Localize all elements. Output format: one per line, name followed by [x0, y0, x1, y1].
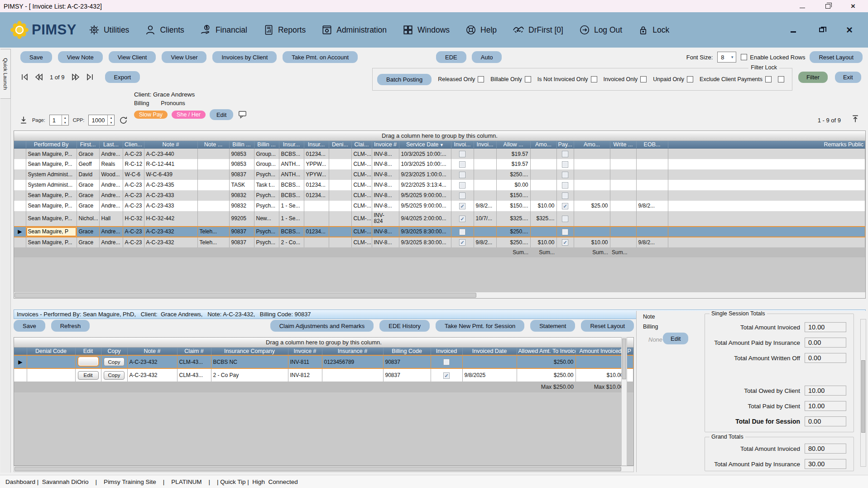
save-button[interactable]: Save: [20, 51, 52, 63]
mdi-minimize-button[interactable]: [788, 26, 798, 34]
cell[interactable]: Max $10.00: [575, 382, 625, 392]
cell[interactable]: CLM-43...: [177, 355, 211, 368]
cell[interactable]: A-C-23-433: [144, 190, 197, 201]
first-record-button[interactable]: [20, 73, 29, 81]
column-header-deni[interactable]: Deni...: [329, 141, 351, 149]
menu-help[interactable]: Help: [465, 24, 497, 36]
cell[interactable]: Andre...: [99, 180, 123, 190]
menu-lock[interactable]: Lock: [638, 24, 669, 36]
cell[interactable]: [229, 247, 254, 257]
ede-button[interactable]: EDE: [436, 51, 466, 63]
column-header-invoice[interactable]: Invoice #: [288, 348, 322, 355]
cell[interactable]: [668, 159, 865, 169]
enable-locked-rows-checkbox[interactable]: Enable Locked Rows: [741, 54, 805, 61]
mdi-close-button[interactable]: ×: [844, 26, 854, 34]
cell[interactable]: CLM-...: [351, 180, 372, 190]
cell[interactable]: Grace: [77, 201, 99, 211]
next-page-button[interactable]: [71, 73, 81, 81]
cell[interactable]: [556, 149, 574, 159]
stepper-arrows-icon[interactable]: ▲▼: [62, 115, 68, 125]
cell[interactable]: [574, 149, 610, 159]
column-header-amount-invoiced[interactable]: Amount Invoiced: [575, 348, 625, 355]
cell[interactable]: [574, 227, 610, 237]
cell[interactable]: CLM-...: [351, 149, 372, 159]
cell[interactable]: [329, 247, 351, 257]
statement-button[interactable]: Statement: [530, 320, 575, 332]
cell[interactable]: A-C-23-440: [144, 149, 197, 159]
unchecked-checkbox-icon[interactable]: [459, 161, 465, 168]
cell[interactable]: Sean Maguire, P...: [26, 149, 77, 159]
cell[interactable]: [123, 247, 144, 257]
cell[interactable]: 90837: [229, 227, 254, 237]
column-header-invoi[interactable]: Invoi...: [451, 141, 474, 149]
cell[interactable]: [668, 227, 865, 237]
grand-total-invoiced-field[interactable]: 80.00: [805, 444, 846, 454]
cell[interactable]: $250.00: [517, 368, 575, 382]
cell[interactable]: Andre...: [99, 237, 123, 247]
cell[interactable]: A-C-23-432: [127, 355, 177, 368]
cell[interactable]: 01234...: [304, 180, 329, 190]
column-header-billin[interactable]: Billin ...: [229, 141, 254, 149]
column-header-invoi[interactable]: Invoi...: [474, 141, 496, 149]
cell[interactable]: $0.00: [496, 180, 530, 190]
unchecked-checkbox-icon[interactable]: [459, 172, 465, 178]
column-header-amo[interactable]: Amo...: [574, 141, 610, 149]
cell[interactable]: Max $250.00: [517, 382, 575, 392]
cell[interactable]: A-C-23-432: [144, 237, 197, 247]
cell[interactable]: [304, 237, 329, 247]
cell[interactable]: W-C-6-439: [144, 169, 197, 180]
cell[interactable]: INV- 824: [372, 211, 399, 227]
unchecked-checkbox-icon[interactable]: [562, 193, 568, 199]
cell[interactable]: 0123456789: [322, 355, 383, 368]
claim-adjustments-button[interactable]: Claim Adjustments and Remarks: [270, 320, 374, 332]
ede-history-button[interactable]: EDE History: [379, 320, 430, 332]
cell[interactable]: W-C-6: [123, 169, 144, 180]
menu-windows[interactable]: Windows: [402, 24, 450, 36]
cell[interactable]: [668, 201, 865, 211]
cell[interactable]: [575, 355, 625, 368]
unpaid-only-checkbox[interactable]: Unpaid Only: [653, 76, 693, 82]
cell[interactable]: Reals: [99, 159, 123, 169]
cell[interactable]: BCBS...: [279, 149, 304, 159]
cell[interactable]: [668, 237, 865, 247]
font-size-select[interactable]: 8 ▼: [717, 52, 736, 63]
unchecked-checkbox-icon[interactable]: [562, 229, 568, 235]
cell[interactable]: BCBS...: [279, 180, 304, 190]
cell[interactable]: 9/3/2025 8:30:00...: [399, 227, 451, 237]
cell[interactable]: 2 - Co...: [279, 237, 304, 247]
cell[interactable]: R-C-12: [123, 159, 144, 169]
h-scrollbar-thumb[interactable]: [14, 293, 476, 298]
cell[interactable]: Andre...: [99, 190, 123, 201]
cell[interactable]: Nichol...: [77, 211, 99, 227]
cell[interactable]: [14, 368, 27, 382]
h-scrollbar[interactable]: [14, 292, 865, 298]
cell[interactable]: Sum...: [610, 247, 636, 257]
cell[interactable]: Sean Maguire, P...: [26, 159, 77, 169]
cell[interactable]: [474, 227, 496, 237]
cell[interactable]: [530, 180, 556, 190]
cell[interactable]: [75, 355, 101, 368]
cell[interactable]: [474, 159, 496, 169]
cell[interactable]: [197, 211, 229, 227]
cell[interactable]: [556, 169, 574, 180]
cell[interactable]: [574, 211, 610, 227]
cell[interactable]: INV-8...: [372, 237, 399, 247]
cell[interactable]: Copy: [101, 355, 127, 368]
total-written-off-field[interactable]: 0.00: [805, 353, 846, 363]
checked-checkbox-icon[interactable]: [459, 216, 465, 222]
cell[interactable]: 1 - Se...: [279, 201, 304, 211]
restore-button[interactable]: [823, 2, 833, 10]
v-scrollbar[interactable]: [621, 337, 627, 466]
blank-cell-button[interactable]: [78, 357, 98, 366]
cell[interactable]: INV-812: [288, 368, 322, 382]
cell[interactable]: [177, 382, 211, 392]
cell[interactable]: [474, 149, 496, 159]
refresh-icon[interactable]: [119, 116, 128, 125]
filter-lock-checkbox[interactable]: [778, 76, 784, 82]
unchecked-checkbox-icon[interactable]: [562, 172, 568, 178]
table-row[interactable]: Sean Maguire, P...GraceAndre...A-C-23A-C…: [14, 201, 865, 211]
v-scrollbar-thumb[interactable]: [861, 360, 865, 433]
column-header-allowed-amt-to-invoice[interactable]: Allowed Amt. To Invoice: [517, 348, 575, 355]
detail-save-button[interactable]: Save: [14, 320, 45, 332]
cell[interactable]: $250....: [496, 237, 530, 247]
